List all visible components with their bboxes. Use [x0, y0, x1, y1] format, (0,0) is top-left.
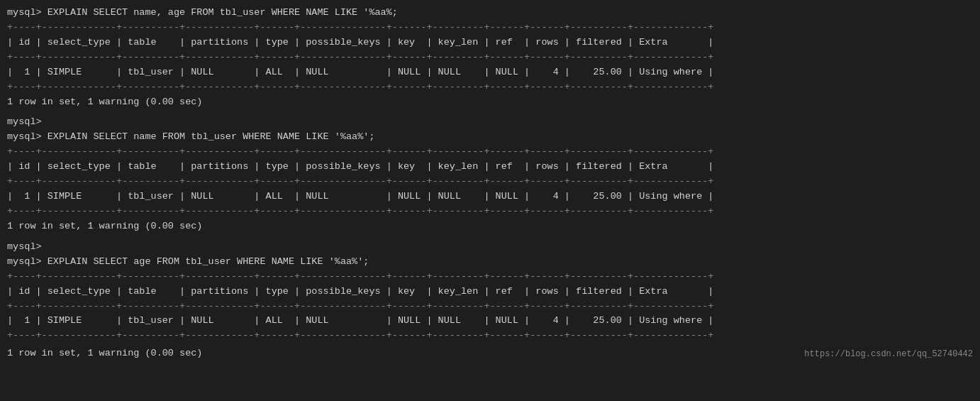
result-line-3: 1 row in set, 1 warning (0.00 sec) — [7, 346, 202, 361]
data-row-2: | 1 | SIMPLE | tbl_user | NULL | ALL | N… — [7, 189, 973, 204]
separator-top-1: +----+-------------+----------+---------… — [7, 21, 973, 35]
prompt-line-1: mysql> EXPLAIN SELECT name, age FROM tbl… — [7, 6, 973, 21]
result-line-2: 1 row in set, 1 warning (0.00 sec) — [7, 219, 973, 234]
separator-mid-2: +----+-------------+----------+---------… — [7, 175, 973, 189]
header-row-1: | id | select_type | table | partitions … — [7, 35, 973, 50]
separator-mid-1: +----+-------------+----------+---------… — [7, 50, 973, 65]
prompt-line-2: mysql> EXPLAIN SELECT name FROM tbl_user… — [7, 130, 973, 145]
result-line-1: 1 row in set, 1 warning (0.00 sec) — [7, 95, 973, 110]
prompt-line-3: mysql> EXPLAIN SELECT age FROM tbl_user … — [7, 255, 973, 270]
terminal-window: mysql> EXPLAIN SELECT name, age FROM tbl… — [7, 6, 973, 361]
blank-prompt-2: mysql> — [7, 115, 973, 130]
separator-mid-3: +----+-------------+----------+---------… — [7, 300, 973, 314]
separator-top-3: +----+-------------+----------+---------… — [7, 270, 973, 285]
separator-bot-2: +----+-------------+----------+---------… — [7, 204, 973, 219]
header-row-2: | id | select_type | table | partitions … — [7, 160, 973, 175]
separator-bot-1: +----+-------------+----------+---------… — [7, 80, 973, 95]
separator-top-2: +----+-------------+----------+---------… — [7, 145, 973, 160]
header-row-3: | id | select_type | table | partitions … — [7, 285, 973, 300]
data-row-1: | 1 | SIMPLE | tbl_user | NULL | ALL | N… — [7, 65, 973, 80]
blank-prompt-3: mysql> — [7, 240, 973, 255]
separator-bot-3: +----+-------------+----------+---------… — [7, 329, 973, 344]
data-row-3: | 1 | SIMPLE | tbl_user | NULL | ALL | N… — [7, 314, 973, 329]
footer-url: https://blog.csdn.net/qq_52740442 — [804, 349, 973, 359]
